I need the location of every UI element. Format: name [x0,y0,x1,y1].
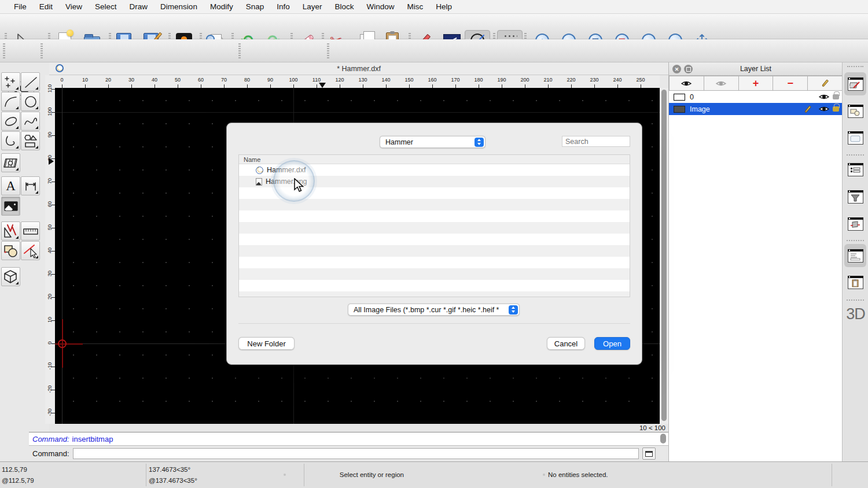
modify-tools-button[interactable] [1,221,20,241]
edit-layer-button[interactable] [808,76,843,91]
absolute-coordinates: 112.5,79 [2,466,27,473]
dock-library-browser-button[interactable] [844,126,866,149]
close-panel-button[interactable]: ✕ [672,65,681,73]
library-window-icon [848,131,863,145]
text-tool-button[interactable]: A [1,176,20,195]
circle-tool-button[interactable] [21,92,40,111]
polyline-tool-button[interactable] [1,131,20,150]
arc-icon [3,94,19,109]
hatch-tool-button[interactable] [1,153,20,172]
line-tool-button[interactable] [21,72,40,91]
layer-name: Image [690,105,710,113]
layer-row-0[interactable]: 0 [669,91,843,103]
dock-clipboard-button[interactable] [844,271,866,294]
dock-grip[interactable] [847,66,863,67]
dock-selection-filter-button[interactable] [844,185,866,208]
menu-dimension[interactable]: Dimension [154,2,204,11]
scrollbar-thumb[interactable] [661,90,667,421]
origin-crosshair-circle [58,339,67,348]
menu-snap[interactable]: Snap [240,2,271,11]
command-input[interactable] [73,448,639,459]
menu-block[interactable]: Block [329,2,361,11]
toolbar-handle[interactable] [238,43,241,58]
text-tool-icon: A [6,179,16,194]
points-tool-button[interactable] [1,72,20,91]
layer-lock-icon[interactable] [833,106,839,112]
menu-window[interactable]: Window [361,2,401,11]
cancel-button[interactable]: Cancel [547,337,585,350]
h-ruler-tick: 50 [169,77,186,83]
dock-separator [847,154,864,156]
layer-lock-icon[interactable] [833,94,839,99]
layer-visibility-icon[interactable] [818,105,830,113]
h-ruler-tick: 160 [424,77,441,83]
toolbar-handle[interactable] [327,43,329,58]
tool-options-toolbar: Width: Height: Angle: [0,39,868,62]
arc-tool-button[interactable] [1,92,20,111]
file-type-select[interactable]: All Image Files (*.bmp *.cur *.gif *.hei… [348,304,520,316]
selection-status: No entities selected. [548,471,608,478]
menu-view[interactable]: View [59,2,89,11]
h-ruler-tick: 170 [447,77,464,83]
dock-entity-list-button[interactable] [844,158,866,181]
show-all-layers-button[interactable] [669,76,704,91]
select-entity-tool-button[interactable] [21,241,40,260]
dock-layer-list-button[interactable] [844,72,866,95]
minus-icon: − [788,78,794,88]
open-button[interactable]: Open [594,337,630,350]
dock-pen-wizard-button[interactable] [844,212,866,235]
v-ruler-tick: 30 [47,265,53,282]
menu-misc[interactable]: Misc [401,2,430,11]
remove-layer-button[interactable]: − [773,76,808,91]
layer-row-image-selected[interactable]: Image [669,103,843,115]
h-ruler-tick: 90 [262,77,279,83]
document-titlebar[interactable]: * Hammer.dxf [49,62,668,75]
line-icon [23,75,38,90]
spline-tool-button[interactable] [21,112,40,131]
h-ruler-tick: 30 [123,77,140,83]
layer-panel-toolbar: + − [669,76,843,91]
filter-window-icon [848,190,863,204]
h-ruler-tick: 240 [609,77,626,83]
dock-command-line-button[interactable] [844,244,866,267]
ellipse-tool-button[interactable] [1,112,20,131]
command-window-toggle-button[interactable] [642,448,656,460]
layer-edit-icon[interactable] [804,105,811,113]
menu-edit[interactable]: Edit [33,2,59,11]
new-folder-button[interactable]: New Folder [238,337,295,350]
layer-visibility-icon[interactable] [818,93,830,101]
dock-block-list-button[interactable] [844,99,866,123]
command-row: Command: [29,446,668,461]
toolbar-handle[interactable] [3,43,5,58]
grid-status: 10 < 100 [639,424,665,431]
menu-modify[interactable]: Modify [204,2,240,11]
menu-select[interactable]: Select [89,2,123,11]
float-panel-button[interactable] [684,65,693,73]
block-tools-button[interactable] [1,241,20,260]
dimension-tool-button[interactable] [21,176,40,195]
canvas-vertical-scrollbar[interactable] [660,88,668,424]
h-ruler-tick: 210 [539,77,557,83]
search-input[interactable] [562,136,630,147]
add-layer-button[interactable]: + [739,76,774,91]
hide-all-layers-button[interactable] [704,76,739,91]
h-ruler-tick: 60 [192,77,209,83]
v-ruler-tick: 60 [47,195,53,213]
v-ruler-tick: -10 [47,357,53,375]
y-axis-line [62,88,62,424]
dock-separator [847,240,864,241]
toolbar-handle[interactable] [41,43,43,58]
history-scrollbar-thumb[interactable] [660,434,666,443]
menu-file[interactable]: File [8,2,33,11]
folder-select[interactable]: Hammer [380,136,486,148]
menu-help[interactable]: Help [429,2,458,11]
menu-layer[interactable]: Layer [296,2,329,11]
measure-tools-button[interactable] [21,221,40,241]
menu-draw[interactable]: Draw [123,2,155,11]
shapes-tool-button[interactable] [21,131,40,150]
menu-info[interactable]: Info [270,2,296,11]
dock-3d-label[interactable]: 3D [843,305,868,323]
image-file-icon [256,178,262,186]
3d-box-tool-button[interactable] [1,267,20,286]
image-tool-button[interactable] [1,197,20,216]
